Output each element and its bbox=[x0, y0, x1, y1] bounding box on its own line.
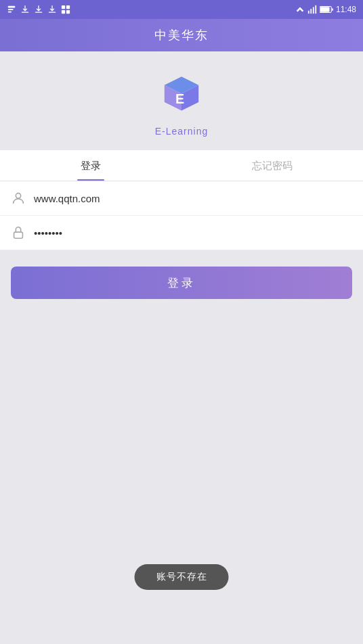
wifi-icon bbox=[295, 5, 305, 14]
status-bar: 11:48 bbox=[0, 0, 363, 19]
svg-marker-10 bbox=[297, 7, 304, 12]
tabs-area: 登录 忘记密码 bbox=[0, 150, 363, 181]
toast-message: 账号不存在 bbox=[135, 564, 229, 590]
notification-icon bbox=[7, 5, 16, 14]
time-display: 11:48 bbox=[336, 5, 356, 14]
svg-rect-16 bbox=[320, 7, 330, 12]
svg-rect-23 bbox=[14, 232, 23, 238]
svg-rect-11 bbox=[308, 11, 309, 14]
tab-forgot-password[interactable]: 忘记密码 bbox=[182, 150, 363, 181]
app-icon bbox=[61, 5, 70, 14]
status-bar-right: 11:48 bbox=[295, 5, 356, 14]
username-row bbox=[0, 181, 363, 216]
login-button-wrap: 登录 bbox=[0, 250, 363, 299]
svg-text:E: E bbox=[175, 91, 184, 106]
header-title: 中美华东 bbox=[154, 27, 209, 43]
download3-icon bbox=[47, 5, 57, 14]
svg-rect-13 bbox=[313, 7, 314, 14]
user-icon bbox=[11, 191, 26, 206]
svg-rect-3 bbox=[22, 12, 29, 13]
tab-login[interactable]: 登录 bbox=[0, 150, 182, 181]
password-row bbox=[0, 216, 363, 250]
svg-rect-17 bbox=[332, 8, 333, 11]
username-input[interactable] bbox=[34, 193, 352, 204]
logo-area: E E-Learning bbox=[0, 51, 363, 150]
logo-label: E-Learning bbox=[155, 126, 209, 137]
app-header: 中美华东 bbox=[0, 19, 363, 51]
svg-rect-4 bbox=[35, 12, 43, 13]
svg-rect-1 bbox=[8, 9, 14, 10]
download-icon bbox=[20, 5, 30, 14]
svg-rect-6 bbox=[62, 5, 65, 9]
svg-rect-12 bbox=[310, 9, 312, 14]
status-bar-left bbox=[7, 5, 70, 14]
form-area bbox=[0, 181, 363, 250]
svg-rect-8 bbox=[62, 10, 65, 14]
lock-icon bbox=[11, 225, 26, 240]
svg-rect-5 bbox=[49, 12, 56, 13]
background-fill bbox=[0, 299, 363, 570]
svg-rect-7 bbox=[66, 5, 70, 9]
login-button[interactable]: 登录 bbox=[11, 267, 352, 299]
download2-icon bbox=[34, 5, 43, 14]
password-input[interactable] bbox=[34, 227, 352, 239]
svg-point-22 bbox=[16, 193, 20, 198]
svg-rect-9 bbox=[66, 10, 70, 14]
battery-icon bbox=[320, 5, 333, 14]
svg-rect-0 bbox=[8, 6, 16, 8]
app-logo: E bbox=[157, 72, 206, 120]
svg-rect-2 bbox=[8, 12, 12, 13]
signal-icon bbox=[307, 5, 317, 14]
svg-rect-14 bbox=[315, 5, 316, 14]
